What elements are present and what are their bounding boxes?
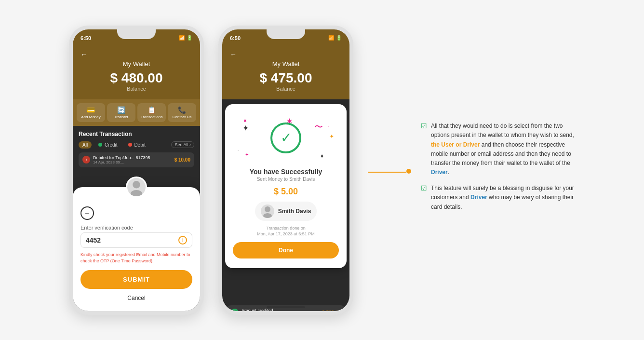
transaction-date: 14 Apr, 2023 09:...	[93, 160, 174, 164]
otp-value[interactable]: 4452	[86, 236, 101, 244]
sparkles-area: ✶ ✦ · ✦ ✦ ✦ · ✚ 〜 ✓	[233, 114, 339, 162]
transaction-title: Debited for Trip/Job... 817395	[93, 155, 174, 160]
phone2-header: ← My Wallet $ 475.00 Balance	[222, 47, 349, 99]
credited-date: 14 Apr, 2023 09:...	[242, 313, 322, 315]
connector	[368, 167, 411, 174]
phone2-status-icons: 📶 🔋	[328, 35, 342, 41]
debit-dot	[128, 143, 132, 147]
phone1-actions: 💳 Add Money 🔄 Transfer 📋 Transactions 📞 …	[73, 99, 200, 126]
cancel-button[interactable]: Cancel	[80, 293, 192, 303]
sparkle-4: ✦	[245, 152, 249, 157]
add-money-label: Add Money	[81, 115, 100, 119]
connector-dot	[406, 169, 411, 174]
success-subtitle: Sent Money to Smith Davis	[233, 177, 339, 182]
done-button[interactable]: Done	[233, 242, 339, 258]
add-money-button[interactable]: 💳 Add Money	[77, 103, 105, 122]
see-all-label: See All	[174, 142, 188, 147]
phone2-back-arrow[interactable]: ←	[230, 51, 342, 58]
phone1-header: ← My Wallet $ 480.00 Balance	[73, 47, 200, 99]
main-container: 6:50 📶 🔋 ← My Wallet $ 480.00 Balance 💳 …	[0, 0, 644, 340]
filter-credit-tab[interactable]: Credit	[94, 141, 121, 149]
phone2-home-indicator	[267, 306, 305, 308]
wifi-icon: 📶	[179, 35, 185, 41]
highlight-driver-2: Driver	[470, 194, 487, 201]
recipient-avatar	[261, 204, 274, 218]
add-money-icon: 💳	[79, 106, 103, 114]
phone1-time: 6:50	[80, 35, 91, 41]
info-panel: ☑ All that they would need to do is sele…	[411, 122, 575, 218]
phone2-time: 6:50	[230, 35, 241, 41]
phone1-back-arrow[interactable]: ←	[80, 51, 192, 58]
credit-label: Credit	[105, 142, 118, 148]
svg-point-3	[263, 213, 272, 218]
highlight-driver-1: Driver	[431, 169, 448, 176]
phone1-balance-label: Balance	[80, 86, 192, 92]
filter-all-tab[interactable]: All	[79, 141, 92, 149]
phone-2: 6:50 📶 🔋 ← My Wallet $ 475.00 Balance R.…	[218, 26, 353, 315]
user-avatar	[126, 177, 147, 198]
svg-point-0	[133, 181, 140, 189]
phone-1: 6:50 📶 🔋 ← My Wallet $ 480.00 Balance 💳 …	[69, 26, 204, 315]
submit-button[interactable]: SUBMIT	[80, 270, 192, 289]
connector-line	[368, 172, 406, 173]
recipient-row: Smith Davis	[255, 202, 317, 221]
otp-input-row: 4452 i	[80, 232, 192, 248]
phone2-status-bar: 6:50 📶 🔋	[222, 29, 349, 47]
transactions-button[interactable]: 📋 Transactions	[137, 103, 166, 122]
transaction-done-label: Transaction done on	[233, 226, 339, 231]
otp-hint: Kindly check your registered Email and M…	[80, 252, 192, 264]
phone2-amount: $ 475.00	[230, 70, 342, 86]
phone2-title: My Wallet	[230, 60, 342, 68]
svg-point-1	[131, 190, 142, 196]
contact-button[interactable]: 📞 Contact Us	[168, 103, 196, 122]
connector-area: ☑ All that they would need to do is sele…	[368, 122, 575, 218]
sparkle-5: ✦	[320, 153, 324, 160]
otp-overlay: ← Enter verification code 4452 i Kindly …	[73, 187, 200, 311]
filter-tabs: All Credit Debit See All ›	[79, 141, 194, 149]
debit-icon: ↑	[82, 156, 90, 163]
phone1-status-icons: 📶 🔋	[179, 35, 192, 41]
check-icon-1: ☑	[421, 122, 427, 130]
success-modal: ✶ ✦ · ✦ ✦ ✦ · ✚ 〜 ✓ You have Successfull…	[225, 104, 347, 268]
sparkle-6: ✦	[329, 133, 334, 140]
transaction-item: ↑ Debited for Trip/Job... 817395 14 Apr,…	[79, 152, 194, 167]
highlight-user-driver: the User or Driver	[431, 141, 480, 148]
otp-info-icon[interactable]: i	[178, 236, 187, 245]
transaction-done-date: Mon, Apr 17, 2023 at 6:51 PM	[233, 231, 339, 236]
phone2-body: R... ↓ Amount credited 14 Apr, 2023 09:.…	[222, 99, 349, 315]
check-icon-2: ☑	[421, 184, 427, 192]
sparkle-3: ·	[328, 123, 329, 129]
avatar-svg	[127, 178, 146, 196]
phone1-status-bar: 6:50 📶 🔋	[73, 29, 200, 47]
credited-title: Amount credited	[242, 308, 322, 313]
transfer-label: Transfer	[114, 115, 129, 119]
sparkle-8: ✚	[242, 118, 248, 123]
info-bullet-1: ☑ All that they would need to do is sele…	[421, 122, 575, 177]
phone2-signal-icon: 📶	[328, 35, 334, 41]
success-amount: $ 5.00	[233, 187, 339, 197]
phone1-notch	[117, 29, 156, 39]
see-all-button[interactable]: See All ›	[171, 141, 194, 148]
transfer-button[interactable]: 🔄 Transfer	[107, 103, 135, 122]
success-check-circle: ✓	[270, 122, 301, 153]
bullet-text-1: All that they would need to do is select…	[431, 122, 575, 177]
recent-transactions-title: Recent Transaction	[79, 131, 194, 137]
wavy-decoration: 〜	[314, 121, 323, 133]
phone2-balance-label: Balance	[230, 86, 342, 92]
transaction-info: Debited for Trip/Job... 817395 14 Apr, 2…	[93, 155, 174, 164]
recipient-avatar-svg	[261, 204, 274, 218]
filter-debit-tab[interactable]: Debit	[124, 141, 149, 149]
transactions-icon: 📋	[139, 106, 164, 114]
phone2-battery-icon: 🔋	[336, 35, 342, 41]
success-title: You have Successfully	[233, 168, 339, 176]
transaction-amount: $ 10.00	[174, 157, 190, 163]
credited-info: Amount credited 14 Apr, 2023 09:...	[242, 308, 322, 315]
battery-icon: 🔋	[187, 35, 192, 41]
otp-label: Enter verification code	[80, 225, 192, 231]
otp-back-button[interactable]: ←	[80, 206, 94, 220]
phone2-notch	[267, 29, 305, 39]
contact-label: Contact Us	[173, 115, 192, 119]
debit-label: Debit	[134, 142, 145, 148]
phone1-amount: $ 480.00	[80, 70, 192, 86]
info-bullet-2: ☑ This feature will surely be a blessing…	[421, 184, 575, 212]
